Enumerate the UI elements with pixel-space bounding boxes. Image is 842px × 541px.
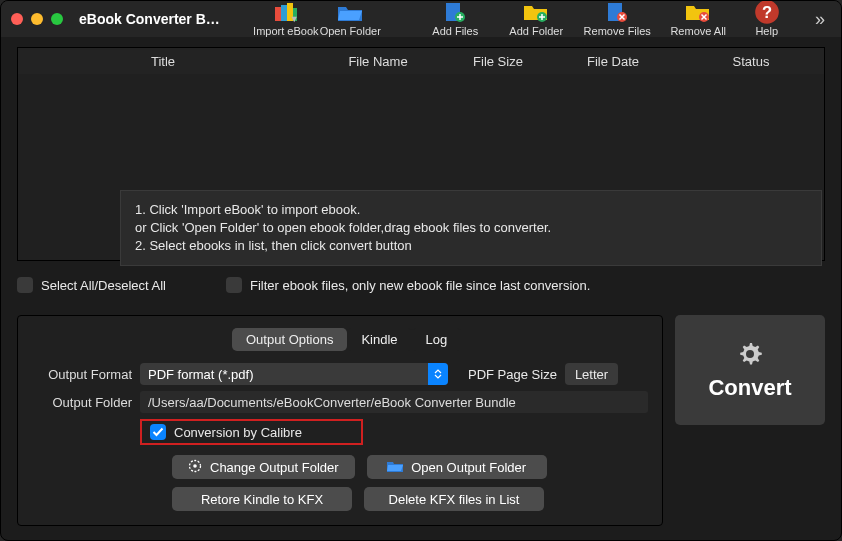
output-format-select[interactable]: PDF format (*.pdf)	[140, 363, 448, 385]
window-title: eBook Converter B…	[79, 11, 220, 27]
titlebar: eBook Converter B… Import eBook ▼ Open F…	[1, 1, 841, 37]
minimize-icon[interactable]	[31, 13, 43, 25]
output-format-label: Output Format	[32, 367, 132, 382]
output-folder-label: Output Folder	[32, 395, 132, 410]
svg-rect-0	[275, 7, 281, 21]
checkbox-checked-icon	[150, 424, 166, 440]
overflow-icon[interactable]: »	[815, 9, 825, 30]
svg-point-14	[746, 350, 754, 358]
chevron-down-icon[interactable]: ▼	[290, 14, 299, 24]
calibre-checkbox[interactable]: Conversion by Calibre	[150, 424, 302, 440]
table-header: Title File Name File Size File Date Stat…	[18, 48, 824, 74]
svg-point-13	[193, 464, 197, 468]
folder-open-icon	[337, 1, 363, 23]
options-tabs: Output Options Kindle Log	[232, 328, 648, 351]
file-list: Title File Name File Size File Date Stat…	[17, 47, 825, 261]
checkbox-icon	[17, 277, 33, 293]
calibre-label: Conversion by Calibre	[174, 425, 302, 440]
select-all-checkbox[interactable]: Select All/Deselect All	[17, 277, 166, 293]
svg-text:?: ?	[762, 3, 772, 22]
help-icon: ?	[754, 1, 780, 23]
col-file-name[interactable]: File Name	[308, 54, 448, 69]
open-output-folder-button[interactable]: Open Output Folder	[367, 455, 547, 479]
remove-all-label: Remove All	[670, 25, 726, 37]
folder-remove-icon	[685, 1, 711, 23]
tab-output-options[interactable]: Output Options	[232, 328, 347, 351]
filter-checkbox[interactable]: Filter ebook files, only new ebook file …	[226, 277, 590, 293]
help-label: Help	[755, 25, 778, 37]
add-folder-label: Add Folder	[509, 25, 563, 37]
col-title[interactable]: Title	[18, 54, 308, 69]
hint-line: or Click 'Open Folder' to open ebook fol…	[135, 219, 807, 237]
hint-line: 2. Select ebooks in list, then click con…	[135, 237, 807, 255]
add-files-button[interactable]: Add Files	[418, 1, 493, 37]
import-ebook-label: Import eBook	[253, 25, 318, 37]
options-panel: Output Options Kindle Log Output Format …	[17, 315, 663, 526]
close-icon[interactable]	[11, 13, 23, 25]
add-folder-button[interactable]: Add Folder	[499, 1, 574, 37]
tab-log[interactable]: Log	[412, 328, 462, 351]
output-format-value: PDF format (*.pdf)	[148, 367, 253, 382]
gear-icon	[188, 459, 202, 476]
calibre-highlight: Conversion by Calibre	[140, 419, 363, 445]
convert-button[interactable]: Convert	[675, 315, 825, 425]
change-output-label: Change Output Folder	[210, 460, 339, 475]
delete-kfx-label: Delete KFX files in List	[389, 492, 520, 507]
output-folder-value: /Users/aa/Documents/eBookConverter/eBook…	[148, 395, 516, 410]
svg-rect-1	[281, 5, 287, 21]
tab-kindle[interactable]: Kindle	[347, 328, 411, 351]
window-controls	[11, 13, 63, 25]
retore-kfx-label: Retore Kindle to KFX	[201, 492, 323, 507]
col-status[interactable]: Status	[678, 54, 824, 69]
convert-label: Convert	[708, 375, 791, 401]
add-files-label: Add Files	[432, 25, 478, 37]
open-output-label: Open Output Folder	[411, 460, 526, 475]
select-all-label: Select All/Deselect All	[41, 278, 166, 293]
pdf-page-size-label: PDF Page Size	[468, 367, 557, 382]
file-add-icon	[442, 1, 468, 23]
output-folder-field[interactable]: /Users/aa/Documents/eBookConverter/eBook…	[140, 391, 648, 413]
checkbox-icon	[226, 277, 242, 293]
filter-label: Filter ebook files, only new ebook file …	[250, 278, 590, 293]
help-button[interactable]: ? Help	[742, 1, 792, 37]
file-remove-icon	[604, 1, 630, 23]
hint-line: 1. Click 'Import eBook' to import ebook.	[135, 201, 807, 219]
open-folder-label: Open Folder	[320, 25, 381, 37]
remove-all-button[interactable]: Remove All	[661, 1, 736, 37]
col-file-size[interactable]: File Size	[448, 54, 548, 69]
gear-icon	[736, 340, 764, 371]
drop-hint: 1. Click 'Import eBook' to import ebook.…	[120, 190, 822, 266]
remove-files-button[interactable]: Remove Files	[580, 1, 655, 37]
col-file-date[interactable]: File Date	[548, 54, 678, 69]
delete-kfx-button[interactable]: Delete KFX files in List	[364, 487, 544, 511]
restore-kindle-kfx-button[interactable]: Retore Kindle to KFX	[172, 487, 352, 511]
folder-add-icon	[523, 1, 549, 23]
pdf-page-size-select[interactable]: Letter	[565, 363, 618, 385]
folder-open-icon	[387, 460, 403, 475]
maximize-icon[interactable]	[51, 13, 63, 25]
open-folder-button[interactable]: Open Folder	[313, 1, 388, 37]
pdf-page-size-value: Letter	[575, 367, 608, 382]
remove-files-label: Remove Files	[584, 25, 651, 37]
change-output-folder-button[interactable]: Change Output Folder	[172, 455, 355, 479]
chevron-updown-icon	[428, 363, 448, 385]
